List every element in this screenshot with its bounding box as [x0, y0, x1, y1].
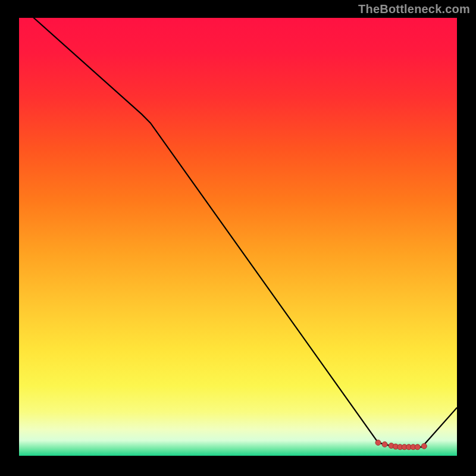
data-marker [421, 443, 427, 449]
data-marker [415, 444, 420, 450]
data-marker [382, 441, 387, 447]
data-marker [375, 440, 381, 445]
plot-area [19, 18, 457, 456]
watermark-text: TheBottleneck.com [358, 2, 470, 16]
chart-frame: TheBottleneck.com [0, 0, 476, 476]
chart-svg [19, 18, 457, 456]
gradient-background [19, 18, 457, 456]
